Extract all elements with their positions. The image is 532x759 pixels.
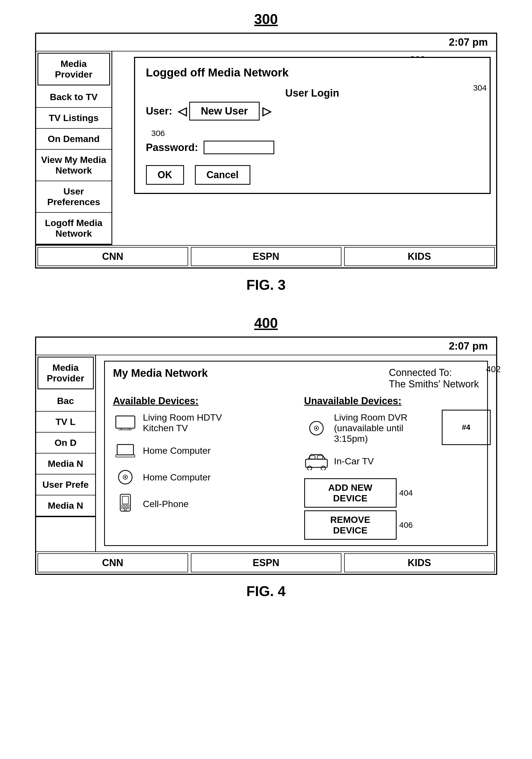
- device-row-laptop: Home Computer: [113, 441, 288, 460]
- device-row-dvd: Home Computer: [113, 468, 288, 487]
- tv-header-fig4: 2:07 pm: [36, 338, 496, 355]
- dialog-buttons: OK Cancel: [146, 165, 479, 185]
- footer-tab-espn[interactable]: ESPN: [191, 247, 341, 266]
- footer-tab-espn-4[interactable]: ESPN: [191, 553, 341, 572]
- car-tv-icon: [304, 452, 329, 471]
- tv-footer-fig3: CNN ESPN KIDS: [36, 245, 496, 267]
- sidebar4-logoff[interactable]: Media N: [36, 496, 95, 517]
- password-row: Password:: [146, 140, 479, 154]
- sidebar4-media-n[interactable]: Media N: [36, 454, 95, 474]
- image-placeholder-fig4: #4: [442, 410, 491, 445]
- callout-404: 404: [399, 488, 413, 498]
- svg-rect-13: [127, 505, 129, 506]
- cancel-button[interactable]: Cancel: [195, 165, 250, 185]
- footer-tab-cnn[interactable]: CNN: [38, 247, 188, 266]
- panel-title: My Media Network: [113, 367, 208, 385]
- available-title: Available Devices:: [113, 395, 288, 407]
- svg-rect-23: [317, 456, 323, 459]
- callout-406: 406: [399, 520, 413, 530]
- device-name-phone: Cell-Phone: [143, 499, 189, 509]
- sidebar-user-preferences[interactable]: User Preferences: [36, 181, 111, 213]
- available-devices-col: Available Devices:: [113, 395, 288, 540]
- user-value: New User: [189, 102, 260, 121]
- phone-icon: [113, 494, 137, 513]
- login-dialog: Logged off Media Network User Login 304 …: [134, 57, 491, 194]
- panel-header: My Media Network Connected To: The Smith…: [113, 367, 479, 390]
- diagram-number-300: 300: [22, 11, 510, 27]
- sidebar-on-demand[interactable]: On Demand: [36, 129, 111, 150]
- device-name-dvr: Living Room DVR(unavailable until3:15pm): [334, 412, 407, 444]
- device-name-car-tv: In-Car TV: [334, 456, 374, 466]
- svg-point-24: [307, 466, 312, 470]
- sidebar-back-to-tv[interactable]: Back to TV: [36, 87, 111, 108]
- tv-main-fig3: 302 Logged off Media Network User Login …: [112, 52, 496, 245]
- device-name-dvd: Home Computer: [143, 472, 211, 483]
- my-media-panel: 402 My Media Network Connected To: The S…: [104, 361, 488, 546]
- password-input[interactable]: [204, 140, 274, 154]
- callout-402: 402: [486, 364, 501, 374]
- connected-info: Connected To: The Smiths' Network: [389, 367, 479, 390]
- svg-rect-16: [127, 507, 129, 509]
- device-name-tv: Living Room HDTVKitchen TV: [143, 412, 222, 433]
- dvd-icon: [113, 468, 137, 487]
- tv-body-fig4: Media Provider Bac TV L On D Media N Use…: [36, 355, 496, 551]
- svg-rect-3: [117, 445, 133, 455]
- add-new-device-button[interactable]: ADD NEW DEVICE: [304, 478, 397, 508]
- diagram-number-400: 400: [22, 315, 510, 331]
- svg-rect-10: [122, 496, 128, 504]
- user-login-row: User: ◁ New User ▷: [146, 102, 479, 121]
- figure-label-4: FIG. 4: [22, 583, 510, 599]
- svg-point-8: [125, 476, 126, 478]
- svg-point-20: [316, 427, 317, 429]
- unavailable-title: Unavailable Devices:: [304, 395, 479, 407]
- svg-point-17: [124, 509, 127, 511]
- tv-screen-fig3: 2:07 pm Media Provider Back to TV TV Lis…: [35, 33, 497, 268]
- sidebar-fig4: Media Provider Bac TV L On D Media N Use…: [36, 355, 96, 551]
- dialog-title: Logged off Media Network: [146, 66, 479, 79]
- time-display-fig3: 2:07 pm: [449, 36, 488, 48]
- tv-header-fig3: 2:07 pm: [36, 34, 496, 52]
- footer-tab-kids-4[interactable]: KIDS: [344, 553, 495, 572]
- tv-icon: [113, 413, 137, 432]
- sidebar4-on-demand[interactable]: On D: [36, 432, 95, 454]
- sidebar4-media-provider[interactable]: Media Provider: [38, 357, 94, 389]
- dvr-icon: [304, 419, 329, 438]
- svg-point-25: [321, 466, 325, 470]
- laptop-icon: [113, 441, 137, 460]
- sidebar-media-provider[interactable]: Media Provider: [38, 53, 110, 85]
- tv-main-fig4: 402 My Media Network Connected To: The S…: [96, 355, 496, 551]
- device-name-laptop: Home Computer: [143, 445, 211, 456]
- callout-306: 306: [151, 129, 165, 138]
- tv-screen-fig4: 2:07 pm Media Provider Bac TV L On D Me: [35, 337, 497, 575]
- ok-button[interactable]: OK: [146, 165, 184, 185]
- footer-tab-cnn-4[interactable]: CNN: [38, 553, 188, 572]
- action-buttons: ADD NEW DEVICE 404 REMOVE DEVICE 406: [304, 478, 479, 540]
- svg-rect-0: [116, 416, 135, 428]
- sidebar-tv-listings[interactable]: TV Listings: [36, 108, 111, 129]
- tv-body-fig3: Media Provider Back to TV TV Listings On…: [36, 52, 496, 245]
- sidebar4-user-pref[interactable]: User Prefe: [36, 474, 95, 496]
- sidebar-view-my-media-network[interactable]: View My Media Network: [36, 150, 111, 181]
- user-label: User:: [146, 105, 172, 117]
- device-row-phone: Cell-Phone: [113, 494, 288, 513]
- password-label: Password:: [146, 142, 198, 153]
- right-arrow[interactable]: ▷: [262, 104, 271, 118]
- device-columns: Available Devices:: [113, 395, 479, 540]
- footer-tab-kids[interactable]: KIDS: [344, 247, 495, 266]
- callout-304: 304: [473, 83, 487, 93]
- figure-label-3: FIG. 3: [22, 277, 510, 293]
- time-display-fig4: 2:07 pm: [449, 340, 488, 352]
- sidebar-logoff[interactable]: Logoff Media Network: [36, 213, 111, 245]
- device-row-tv: Living Room HDTVKitchen TV: [113, 412, 288, 433]
- sidebar4-tv-listings[interactable]: TV L: [36, 412, 95, 432]
- tv-footer-fig4: CNN ESPN KIDS: [36, 551, 496, 574]
- svg-rect-12: [124, 505, 127, 506]
- svg-rect-14: [121, 507, 124, 509]
- device-row-car-tv: In-Car TV: [304, 452, 479, 471]
- sidebar-fig3: Media Provider Back to TV TV Listings On…: [36, 52, 112, 245]
- sidebar4-back[interactable]: Bac: [36, 391, 95, 412]
- remove-device-button[interactable]: REMOVE DEVICE: [304, 510, 397, 540]
- left-arrow[interactable]: ◁: [178, 104, 186, 118]
- section-title: User Login: [285, 87, 339, 99]
- svg-rect-11: [121, 505, 124, 506]
